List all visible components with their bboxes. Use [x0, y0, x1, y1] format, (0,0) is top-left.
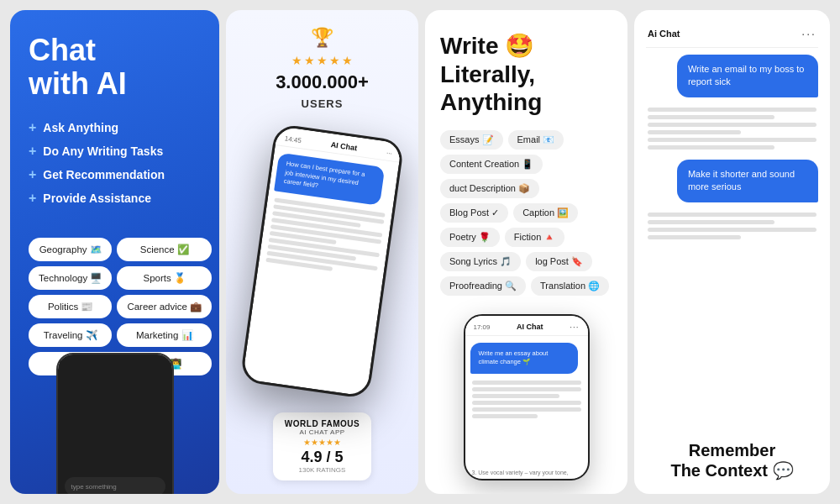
remember-title: Remember The Context 💬 [646, 440, 818, 480]
p4-footer: Remember The Context 💬 [646, 433, 818, 480]
panel1-title: Chat with AI [29, 34, 201, 100]
cat-fiction: Fiction 🔺 [505, 228, 564, 247]
panel-chat-with-ai: Chat with AI +Ask Anything +Do Any Writi… [10, 10, 219, 494]
stars-row: ★★★★★ [291, 54, 353, 67]
cat-product: duct Description 📦 [440, 179, 539, 198]
p4-msg1: Write an email to my boss to report sick [677, 55, 818, 97]
tag-career: Career advice 💼 [117, 295, 212, 318]
cat-song: Song Lyrics 🎵 [440, 252, 521, 271]
tag-geography: Geography 🗺️ [29, 238, 112, 261]
panel-write-anything: Write 🤩 Literally, Anything Essays 📝 Ema… [425, 10, 627, 494]
response-lines [243, 193, 393, 396]
write-title-line2: Literally, Anything [440, 61, 542, 116]
user-count: 3.000.000+ [276, 72, 369, 92]
p4-app-title: Ai Chat [648, 29, 680, 39]
typing-bar: type something [65, 477, 165, 494]
phone-screen-2: 14:45 AI Chat ··· How can I best prepare… [243, 126, 402, 396]
p4-chat-header: Ai Chat ··· [646, 24, 818, 48]
phone3-header: 17:09 AI Chat ··· [465, 316, 588, 336]
tag-science: Science ✅ [117, 238, 212, 261]
laurel-wreath: 🏆 [311, 27, 333, 49]
plus-icon: + [29, 191, 36, 206]
panel-rating: 🏆 ★★★★★ 3.000.000+ USERS 14:45 AI Chat ·… [226, 10, 418, 494]
tag-marketing: Marketing 📊 [117, 323, 212, 347]
app-container: Chat with AI +Ask Anything +Do Any Writi… [0, 0, 840, 504]
cat-proof: Proofreading 🔍 [440, 276, 526, 296]
features-list: +Ask Anything +Do Any Writing Tasks +Get… [29, 120, 201, 214]
feature-item: +Get Recommendation [29, 167, 201, 182]
plus-icon: + [29, 120, 36, 135]
phone-screen: type something [58, 354, 172, 494]
phone3-chat-bubble: Write me an essay about climate change 🌱 [470, 343, 578, 374]
cat-blog2: log Post 🔖 [526, 252, 592, 271]
cat-email: Email 📧 [508, 130, 564, 150]
category-tags: Essays 📝 Email 📧 Content Creation 📱 duct… [440, 130, 612, 296]
panel-remember-context: Ai Chat ··· Write an email to my boss to… [634, 10, 830, 494]
phone3-response [465, 377, 588, 466]
p4-response-2 [646, 209, 818, 243]
phone3-time: 17:09 [474, 323, 491, 331]
phone-mockup-2: 14:45 AI Chat ··· How can I best prepare… [239, 123, 405, 400]
rating-top-section: 🏆 ★★★★★ 3.000.000+ USERS [276, 27, 369, 110]
write-title-line1: Write 🤩 [440, 33, 534, 59]
phone3-footer-text: 3. Use vocal variety – vary your tone, [465, 466, 588, 479]
write-title: Write 🤩 Literally, Anything [440, 32, 612, 117]
p4-menu-dots: ··· [801, 27, 816, 40]
phone-mockup-1: type something [56, 353, 174, 494]
plus-icon: + [29, 144, 36, 159]
cat-caption: Caption 🖼️ [513, 203, 578, 223]
phone-menu-dots: ··· [386, 149, 392, 157]
p4-response-1 [646, 104, 818, 153]
cat-essays: Essays 📝 [440, 130, 503, 150]
title-chat: Chat [29, 33, 96, 67]
badge-stars: ★★★★★ [285, 438, 360, 447]
phone3-title: AI Chat [517, 323, 543, 331]
tag-technology: Technology 🖥️ [29, 266, 112, 290]
p4-msg2: Make it shorter and sound more serious [677, 160, 818, 202]
plus-icon: + [29, 167, 36, 182]
cat-poetry: Poetry 🌹 [440, 228, 500, 247]
tag-traveling: Traveling ✈️ [29, 323, 112, 347]
phone-screen-3: 17:09 AI Chat ··· Write me an essay abou… [465, 316, 588, 479]
feature-item: +Ask Anything [29, 120, 201, 135]
tag-politics: Politics 📰 [29, 295, 112, 318]
phone-mockup-3: 17:09 AI Chat ··· Write me an essay abou… [464, 314, 590, 480]
world-famous-badge: WORLD FAMOUS AI CHAT APP ★★★★★ 4.9 / 5 1… [273, 412, 371, 480]
feature-item: +Provide Assistance [29, 191, 201, 206]
laurel-left: 🏆 [311, 27, 333, 49]
phone3-dots: ··· [570, 323, 579, 332]
feature-item: +Do Any Writing Tasks [29, 144, 201, 159]
cat-blog: Blog Post ✓ [440, 203, 508, 223]
cat-content: Content Creation 📱 [440, 155, 543, 174]
users-label: USERS [302, 97, 344, 110]
cat-translation: Translation 🌐 [531, 276, 609, 296]
tag-sports: Sports 🏅 [117, 266, 212, 290]
title-with-ai: with AI [29, 66, 127, 101]
